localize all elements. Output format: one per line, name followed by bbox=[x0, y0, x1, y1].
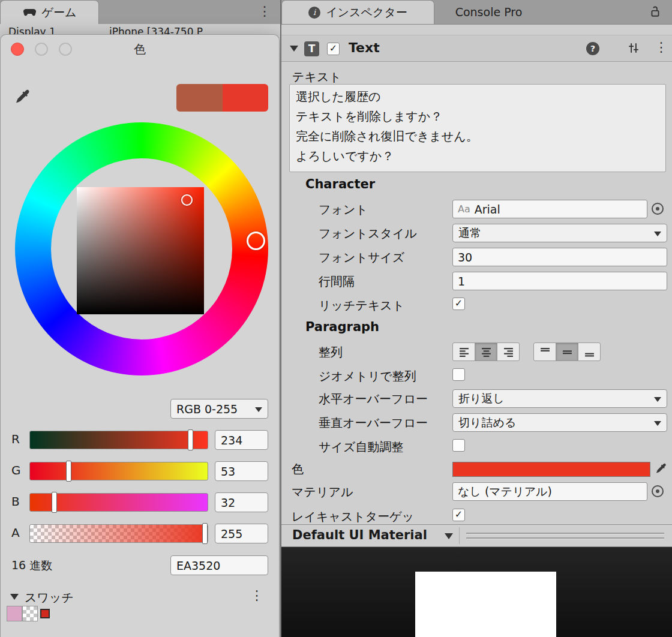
material-row: マテリアル なし (マテリアル) bbox=[281, 482, 672, 502]
align-top-button[interactable] bbox=[533, 342, 556, 361]
previous-color-half[interactable] bbox=[176, 84, 223, 112]
tab-console-label: Console Pro bbox=[455, 5, 523, 19]
align-bottom-button[interactable] bbox=[578, 342, 601, 361]
align-center-button[interactable] bbox=[475, 342, 497, 361]
material-value: なし (マテリアル) bbox=[458, 484, 552, 500]
font-row: フォント Aa Arial bbox=[281, 200, 672, 220]
swatches-menu-icon[interactable]: ⋮ bbox=[250, 589, 263, 602]
font-style-row: フォントスタイル 通常 bbox=[281, 224, 672, 244]
game-tab-bar: ゲーム ⋮ bbox=[0, 0, 280, 25]
font-value: Arial bbox=[475, 203, 500, 216]
align-middle-button[interactable] bbox=[556, 342, 578, 361]
channel-r-value[interactable] bbox=[215, 430, 268, 450]
help-icon[interactable]: ? bbox=[586, 42, 599, 55]
inspector-panel: i インスペクター Console Pro T ✓ Text ? ⋮ テキスト … bbox=[280, 0, 672, 637]
color-mode-dropdown[interactable]: RGB 0-255 bbox=[170, 399, 268, 419]
color-wheel bbox=[15, 122, 268, 375]
channel-row-b: B bbox=[1, 493, 280, 512]
saturation-value-box[interactable] bbox=[77, 187, 204, 314]
swatch-pink[interactable] bbox=[7, 606, 22, 621]
material-preview-bar[interactable]: Default UI Material bbox=[281, 524, 672, 547]
rich-text-checkbox[interactable]: ✓ bbox=[452, 298, 465, 310]
divider bbox=[459, 527, 460, 544]
align-right-button[interactable] bbox=[497, 342, 520, 361]
v-overflow-value: 切り詰める bbox=[458, 415, 516, 431]
text-color-swatch[interactable] bbox=[452, 462, 650, 477]
font-style-dropdown[interactable]: 通常 bbox=[452, 224, 667, 242]
aspect-dropdown[interactable]: iPhone [334-750 P bbox=[109, 26, 203, 34]
hex-label: 16 進数 bbox=[11, 558, 52, 573]
align-geometry-checkbox[interactable] bbox=[452, 368, 465, 381]
sv-handle[interactable] bbox=[181, 194, 193, 206]
rich-text-label: リッチテキスト bbox=[319, 298, 404, 314]
material-object-field[interactable]: なし (マテリアル) bbox=[452, 482, 647, 501]
unity-editor: ゲーム ⋮ Display 1 iPhone [334-750 P 色 bbox=[0, 0, 672, 637]
preview-drag-handle[interactable] bbox=[466, 537, 664, 539]
slider-handle[interactable] bbox=[52, 492, 57, 513]
material-bar-title: Default UI Material bbox=[292, 528, 427, 542]
rich-text-row: リッチテキスト ✓ bbox=[281, 296, 672, 316]
line-spacing-row: 行間隔 bbox=[281, 272, 672, 292]
align-geometry-row: ジオメトリで整列 bbox=[281, 366, 672, 386]
color-eyedropper-icon[interactable] bbox=[655, 462, 668, 477]
font-label: フォント bbox=[319, 202, 368, 218]
tab-inspector[interactable]: i インスペクター bbox=[281, 0, 434, 24]
material-label: マテリアル bbox=[292, 484, 353, 500]
material-preview-area bbox=[281, 547, 672, 637]
channel-r-label: R bbox=[11, 432, 20, 446]
lock-icon[interactable] bbox=[650, 5, 661, 20]
color-picker-window: 色 RGB 0-255 R bbox=[0, 34, 280, 637]
inspector-tab-bar: i インスペクター Console Pro bbox=[281, 0, 672, 25]
font-size-row: フォントサイズ bbox=[281, 248, 672, 268]
font-size-input[interactable] bbox=[452, 248, 667, 266]
raycast-checkbox[interactable]: ✓ bbox=[452, 509, 465, 521]
align-left-button[interactable] bbox=[452, 342, 475, 361]
alpha-gradient bbox=[30, 525, 208, 542]
tab-console-pro[interactable]: Console Pro bbox=[436, 0, 541, 24]
v-overflow-dropdown[interactable]: 切り詰める bbox=[452, 413, 667, 432]
line-spacing-input[interactable] bbox=[452, 272, 667, 290]
game-menu-icon[interactable]: ⋮ bbox=[258, 5, 271, 18]
best-fit-checkbox[interactable] bbox=[452, 439, 465, 452]
channel-b-slider[interactable] bbox=[29, 493, 208, 512]
text-field-label: テキスト bbox=[292, 69, 341, 85]
swatch-red[interactable] bbox=[40, 609, 50, 618]
swatch-transparent[interactable] bbox=[22, 606, 38, 621]
material-object-picker-icon[interactable] bbox=[652, 485, 664, 497]
channel-a-value[interactable] bbox=[215, 524, 268, 543]
swatches-fold-triangle[interactable] bbox=[10, 594, 19, 600]
raycast-label: レイキャストターゲッ bbox=[292, 509, 414, 525]
color-field-label: 色 bbox=[292, 461, 304, 477]
display-dropdown[interactable]: Display 1 bbox=[8, 26, 56, 34]
component-fold-triangle[interactable] bbox=[290, 46, 298, 52]
preview-drag-handle[interactable] bbox=[466, 533, 664, 534]
v-overflow-row: 垂直オーバーフロー 切り詰める bbox=[281, 413, 672, 433]
slider-handle[interactable] bbox=[66, 461, 71, 482]
font-object-field[interactable]: Aa Arial bbox=[452, 200, 647, 218]
channel-g-slider[interactable] bbox=[29, 462, 208, 480]
channel-r-slider[interactable] bbox=[29, 431, 208, 449]
h-overflow-dropdown[interactable]: 折り返し bbox=[452, 389, 667, 408]
channel-g-value[interactable] bbox=[215, 461, 268, 481]
window-title: 色 bbox=[1, 41, 279, 58]
chevron-down-icon bbox=[654, 397, 661, 402]
hue-handle[interactable] bbox=[247, 232, 265, 250]
h-overflow-value: 折り返し bbox=[458, 391, 505, 407]
text-value-textarea[interactable]: 選択した履歴の テキストを削除しますか？ 完全に削除され復旧できません。 よろし… bbox=[289, 84, 666, 172]
slider-handle[interactable] bbox=[202, 523, 208, 544]
tab-game[interactable]: ゲーム bbox=[0, 0, 99, 24]
material-bar-fold-triangle[interactable] bbox=[445, 533, 453, 539]
hex-input[interactable] bbox=[170, 555, 268, 575]
presets-icon[interactable] bbox=[628, 43, 640, 56]
current-color-half[interactable] bbox=[223, 84, 269, 112]
hex-row: 16 進数 bbox=[1, 557, 280, 575]
channel-a-slider[interactable] bbox=[29, 524, 208, 543]
component-menu-icon[interactable]: ⋮ bbox=[655, 41, 668, 54]
eyedropper-icon[interactable] bbox=[14, 88, 32, 108]
vertical-alignment-group bbox=[533, 342, 601, 361]
component-enabled-checkbox[interactable]: ✓ bbox=[327, 43, 340, 55]
slider-handle[interactable] bbox=[188, 429, 193, 450]
font-object-picker-icon[interactable] bbox=[652, 203, 664, 215]
alignment-row: 整列 bbox=[281, 342, 672, 362]
channel-b-value[interactable] bbox=[215, 492, 268, 512]
